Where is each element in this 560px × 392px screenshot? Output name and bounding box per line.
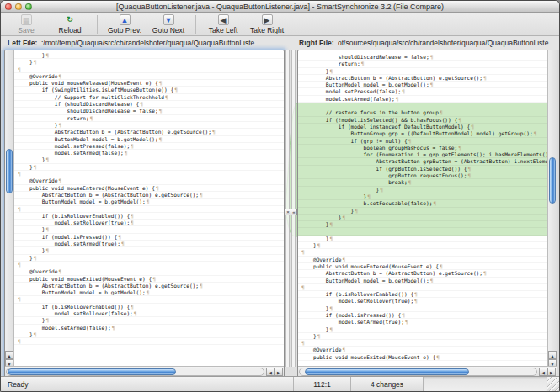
right-editor-pane[interactable]: shouldDiscardRelease = false;¶ return;¶ … (297, 50, 557, 378)
code-line: if (model.isPressed()) {¶ (298, 312, 547, 319)
left-code-view[interactable]: }¶ }¶¶ @Override¶ public void mouseRelea… (14, 50, 284, 366)
right-vertical-scrollbar[interactable]: ▲ ▼ (547, 50, 557, 366)
line-end-mark: ¶ (200, 283, 203, 289)
left-vertical-scrollbar-thumb[interactable] (6, 149, 13, 193)
line-end-mark: ¶ (483, 75, 487, 81)
line-end-mark: ¶ (18, 66, 21, 72)
code-line: }¶ (14, 247, 284, 254)
caret-position: 112:1 (293, 377, 350, 391)
code-line: AbstractButton b = (AbstractButton) e.ge… (14, 283, 284, 289)
scroll-up-icon[interactable]: ▲ (548, 351, 557, 359)
code-line: if (model instanceof DefaultButtonModel)… (298, 124, 547, 130)
code-line: model.setArmed(false);¶ (298, 96, 547, 103)
line-end-mark: ¶ (408, 179, 412, 185)
minimize-button[interactable] (15, 3, 22, 10)
code-line: for (Enumeration i = grp.getElements(); … (298, 151, 547, 158)
code-line: }¶ (298, 326, 547, 333)
reload-icon: ↻ (65, 14, 76, 25)
copy-change-left-button[interactable]: « (291, 209, 297, 215)
left-file-path[interactable]: :/mot/temp/Quaqua/src/ch/randelshofer/qu… (41, 39, 285, 47)
line-end-mark: ¶ (58, 73, 61, 79)
code-line: b.setFocusable(false);¶ (298, 200, 547, 207)
code-line: model.setPressed(false);¶ (298, 88, 547, 95)
code-line: shouldDiscardRelease = false;¶ (14, 108, 284, 114)
line-end-mark: ¶ (458, 117, 461, 123)
right-vertical-scrollbar-thumb[interactable] (549, 157, 556, 204)
line-end-mark: ¶ (342, 347, 345, 352)
line-end-mark: ¶ (430, 278, 434, 283)
line-end-mark: ¶ (159, 136, 163, 142)
line-end-mark: ¶ (147, 289, 150, 295)
right-horizontal-scrollbar-track[interactable] (299, 368, 537, 376)
code-line: @Override¶ (14, 177, 284, 184)
line-end-mark: ¶ (317, 333, 321, 339)
line-end-mark: ¶ (414, 298, 418, 304)
code-line: @Override¶ (14, 268, 284, 275)
right-file-path[interactable]: ot/sources/quaqua/src/ch/randelshofer/qu… (338, 39, 555, 47)
toolbar-separator (97, 15, 98, 34)
line-end-mark: ¶ (58, 122, 61, 128)
close-button[interactable] (5, 3, 12, 10)
take-left-button[interactable]: ◀ Take Left (201, 13, 245, 35)
scroll-right-icon[interactable]: ▶ (547, 368, 556, 376)
line-end-mark: ¶ (361, 61, 365, 66)
line-end-mark: ¶ (46, 52, 50, 58)
line-end-mark: ¶ (18, 338, 21, 344)
left-editor-pane[interactable]: ▲ ▼ }¶ }¶¶ @Override¶ public void mouseR… (4, 50, 285, 378)
diff-gutter: × « (285, 50, 297, 378)
line-end-mark: ¶ (330, 221, 333, 227)
line-end-mark: ¶ (125, 150, 128, 156)
line-end-mark: ¶ (355, 208, 358, 214)
right-horizontal-scrollbar-thumb[interactable] (305, 368, 469, 375)
line-end-mark: ¶ (402, 312, 405, 318)
code-line: if (!model.isSelected() && b.hasFocus())… (298, 117, 547, 124)
scroll-left-icon[interactable]: ◀ (539, 368, 547, 376)
code-line: public void mouseEntered(MouseEvent e) {… (298, 263, 547, 270)
code-line: ¶ (14, 262, 284, 268)
left-horizontal-scrollbar-track[interactable] (6, 368, 264, 376)
code-line: ButtonModel model = b.getModel();¶ (14, 199, 284, 205)
line-end-mark: ¶ (18, 296, 21, 302)
code-line: return;¶ (14, 115, 284, 122)
code-line: }¶ (298, 68, 547, 75)
code-line: }¶ (298, 305, 547, 312)
code-line: ¶ (298, 249, 547, 256)
zoom-button[interactable] (25, 3, 32, 10)
goto-prev-icon: ▲ (120, 14, 131, 25)
line-end-mark: ¶ (18, 171, 21, 177)
right-code-view[interactable]: shouldDiscardRelease = false;¶ return;¶ … (298, 50, 547, 366)
line-end-mark: ¶ (342, 257, 345, 262)
line-end-mark: ¶ (408, 138, 412, 144)
reload-button[interactable]: ↻ Reload (48, 13, 92, 35)
code-line: }¶ (14, 59, 284, 66)
line-end-mark: ¶ (121, 241, 125, 246)
code-line: if (model.isPressed()) {¶ (14, 234, 284, 241)
line-end-mark: ¶ (330, 236, 333, 241)
code-line (298, 103, 547, 109)
status-message: Ready (1, 380, 293, 389)
scroll-right-icon[interactable]: ▶ (275, 368, 283, 376)
goto-next-button[interactable]: ▼ Goto Next (147, 13, 190, 35)
take-right-button[interactable]: ▶ Take Right (245, 13, 289, 35)
line-end-mark: ¶ (342, 215, 345, 220)
title-bar[interactable]: [QuaquaButtonListener.java - QuaquaButto… (1, 1, 559, 13)
save-button[interactable]: ▦ Save (4, 13, 48, 35)
take-left-icon: ◀ (218, 14, 229, 25)
line-end-mark: ¶ (152, 276, 156, 282)
goto-next-button-label: Goto Next (152, 26, 184, 34)
window-title: [QuaquaButtonListener.java - QuaquaButto… (1, 1, 559, 13)
line-end-mark: ¶ (440, 109, 443, 115)
code-line: }¶ (298, 236, 547, 242)
left-vertical-scrollbar[interactable]: ▲ ▼ (5, 50, 14, 366)
code-line: boolean groupHasFocus = false;¶ (298, 145, 547, 151)
resize-grip-icon[interactable] (547, 377, 559, 391)
scroll-up-icon[interactable]: ▲ (5, 351, 13, 359)
left-horizontal-scrollbar-thumb[interactable] (8, 368, 176, 375)
scroll-left-icon[interactable]: ◀ (266, 368, 275, 376)
goto-prev-button[interactable]: ▲ Goto Prev. (103, 13, 147, 35)
take-right-button-label: Take Right (250, 26, 284, 34)
code-line: ButtonModel model = b.getModel();¶ (298, 278, 547, 284)
line-end-mark: ¶ (301, 284, 305, 290)
line-end-mark: ¶ (131, 213, 134, 219)
line-end-mark: ¶ (156, 185, 159, 191)
